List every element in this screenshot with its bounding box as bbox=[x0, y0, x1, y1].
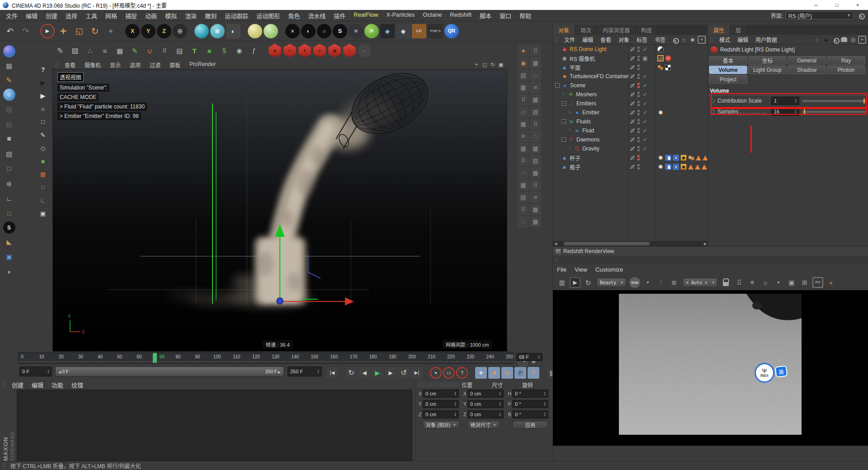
rs-camera-icon[interactable]: ▣ bbox=[328, 44, 341, 57]
timeline-range-slider[interactable]: 0 F 250 F bbox=[55, 367, 284, 376]
coord-input-H-2[interactable]: 0 ° bbox=[512, 390, 548, 398]
tag-cube-star-icon[interactable]: ★ bbox=[673, 164, 679, 170]
timeline-playhead[interactable] bbox=[153, 353, 157, 363]
substance-icon[interactable]: S bbox=[333, 24, 347, 38]
redo-icon[interactable]: ↷ bbox=[19, 24, 33, 38]
menu-item-运动跟踪[interactable]: 运动跟踪 bbox=[221, 11, 252, 20]
search-icon[interactable] bbox=[831, 36, 839, 44]
octane-diamond-icon[interactable]: ◆ bbox=[396, 24, 410, 38]
uv-cubes-icon[interactable]: ▣ bbox=[2, 250, 16, 263]
tab-对象[interactable]: 对象 bbox=[553, 25, 575, 35]
layer-chip[interactable] bbox=[630, 47, 635, 52]
visibility-dots[interactable] bbox=[637, 128, 640, 133]
rgb-channel-icon[interactable]: RGB bbox=[629, 277, 640, 288]
primitive-cube-icon[interactable]: ■ bbox=[203, 44, 216, 57]
subdivision-surface-icon[interactable]: ◉ bbox=[232, 44, 246, 57]
enable-check-icon[interactable]: ▣ bbox=[642, 55, 648, 61]
play-loop-icon[interactable]: ↻ bbox=[345, 367, 357, 379]
substance-badge-icon[interactable]: S bbox=[3, 221, 15, 234]
grid-l-icon[interactable]: ⠿ bbox=[518, 155, 529, 166]
expand-toggle-icon[interactable]: − bbox=[555, 83, 560, 88]
points-mode-icon[interactable]: ∴ bbox=[83, 44, 97, 57]
spinner-icon[interactable] bbox=[793, 108, 798, 115]
menu-item-编辑[interactable]: 编辑 bbox=[734, 36, 752, 43]
tag-cube-star-icon[interactable]: ★ bbox=[673, 155, 679, 161]
octane-x-icon[interactable]: × bbox=[285, 24, 300, 38]
spline-spiral-icon[interactable]: § bbox=[217, 44, 231, 57]
live-select-circle-icon[interactable]: ○ bbox=[37, 103, 49, 115]
coord-system-icon[interactable]: ⊕ bbox=[173, 24, 187, 38]
attr-tab-Ray[interactable]: Ray bbox=[827, 56, 865, 65]
rect-select-icon[interactable]: □ bbox=[37, 116, 49, 128]
next-frame-icon[interactable]: ▶ bbox=[385, 367, 396, 379]
key-parameter-icon[interactable]: Ⓟ bbox=[514, 367, 526, 379]
key-rotation-icon[interactable]: ↻ bbox=[501, 367, 513, 379]
object-row-Meshers[interactable]: └✳Meshers✓ bbox=[553, 90, 708, 99]
spinner-icon[interactable] bbox=[453, 411, 458, 418]
snapshot-icon[interactable]: ▥ bbox=[557, 277, 567, 288]
enable-check-icon[interactable]: ✓ bbox=[642, 109, 648, 116]
object-row-Gravity[interactable]: └GGravity✓ bbox=[553, 144, 708, 153]
layer-chip[interactable] bbox=[630, 110, 635, 115]
object-row-Fluids[interactable]: −≈Fluids✓ bbox=[553, 117, 708, 126]
attr-tab-Photon[interactable]: Photon bbox=[827, 66, 865, 74]
viewport-3d-scene[interactable]: Y X 透视视图 Simulation "Scene":CACHE MODE> … bbox=[52, 69, 507, 352]
attr-tab-General[interactable]: General bbox=[788, 56, 826, 65]
qr-badge-icon[interactable]: QR bbox=[444, 24, 459, 38]
rs-dome-light-icon[interactable]: ◐ bbox=[283, 44, 297, 57]
home-icon[interactable]: ⌂ bbox=[679, 36, 688, 44]
environment-sphere-icon[interactable] bbox=[264, 24, 278, 38]
spinner-icon[interactable] bbox=[498, 411, 502, 418]
polygon-pen-icon[interactable]: ✎ bbox=[128, 44, 142, 57]
tag-tri-icon[interactable] bbox=[703, 155, 708, 160]
menu-item-渲染[interactable]: 渲染 bbox=[181, 11, 201, 20]
expand-toggle-icon[interactable]: − bbox=[561, 119, 566, 124]
menu-item-文件[interactable]: 文件 bbox=[561, 36, 579, 43]
tab-内容浏览器[interactable]: 内容浏览器 bbox=[597, 25, 636, 35]
layer-chip[interactable] bbox=[630, 92, 635, 97]
grid-k-icon[interactable]: ▦ bbox=[530, 143, 541, 154]
menu-item-流水线[interactable]: 流水线 bbox=[304, 11, 330, 20]
workplane-icon[interactable]: ▦ bbox=[2, 59, 16, 72]
array-points-icon[interactable]: ⠿ bbox=[158, 44, 171, 57]
rs-environment-icon[interactable]: ○ bbox=[343, 44, 356, 57]
tag-eye-icon[interactable]: ◉ bbox=[680, 155, 687, 161]
layer-chip[interactable] bbox=[630, 56, 635, 61]
maximize-button[interactable]: □ bbox=[826, 0, 847, 10]
effector-fx-icon[interactable]: ƒ bbox=[247, 44, 261, 57]
expand-toggle-icon[interactable]: − bbox=[561, 101, 566, 106]
layer-chip[interactable] bbox=[630, 146, 635, 151]
menu-item-查看[interactable]: 查看 bbox=[60, 61, 80, 69]
render-settings-icon[interactable]: ◐ bbox=[226, 24, 241, 38]
disabled-tool-icon[interactable]: ● bbox=[358, 44, 371, 57]
grid-e-icon[interactable]: ⠿ bbox=[518, 94, 529, 105]
interface-dropdown[interactable]: RS (用户)▼ bbox=[786, 11, 854, 19]
layer-chip[interactable] bbox=[630, 65, 635, 70]
attr-tab-Light Group[interactable]: Light Group bbox=[748, 66, 787, 74]
enable-check-icon[interactable]: ✓ bbox=[642, 136, 648, 143]
jb-sphere-icon[interactable]: jB bbox=[364, 24, 379, 38]
grid-m-icon[interactable]: ▤ bbox=[530, 155, 541, 166]
menu-item-Customize[interactable]: Customize bbox=[591, 266, 627, 273]
layer-chip[interactable] bbox=[630, 74, 635, 79]
search-icon[interactable] bbox=[856, 11, 864, 19]
menu-item-脚本[interactable]: 脚本 bbox=[476, 11, 495, 20]
param-slider[interactable] bbox=[802, 100, 866, 102]
tag-tri-icon[interactable] bbox=[688, 164, 693, 169]
lock-icon[interactable] bbox=[840, 36, 848, 44]
tag-splat-icon[interactable]: ✱ bbox=[657, 155, 664, 161]
l-bracket-icon[interactable]: ∟ bbox=[37, 194, 49, 207]
region-circle-icon[interactable]: ○ bbox=[760, 277, 771, 288]
grid-s-icon[interactable]: ▦ bbox=[530, 204, 541, 215]
menu-item-Octane[interactable]: Octane bbox=[419, 11, 446, 20]
menu-item-帮助[interactable]: 帮助 bbox=[515, 11, 535, 20]
coord-input-Z-1[interactable]: 0 cm bbox=[467, 410, 504, 418]
drag-handle[interactable] bbox=[417, 382, 460, 387]
spinner-icon[interactable] bbox=[453, 401, 458, 407]
filter-eye-icon[interactable]: ◉ bbox=[689, 36, 697, 44]
live-selection-icon[interactable]: ▶ bbox=[40, 24, 55, 38]
layer-chip[interactable] bbox=[630, 101, 635, 106]
rgb-dropdown-icon[interactable]: ▾ bbox=[642, 277, 653, 288]
tag-block-icon[interactable]: ⊘ bbox=[657, 55, 664, 61]
globe-icon[interactable] bbox=[3, 45, 15, 57]
